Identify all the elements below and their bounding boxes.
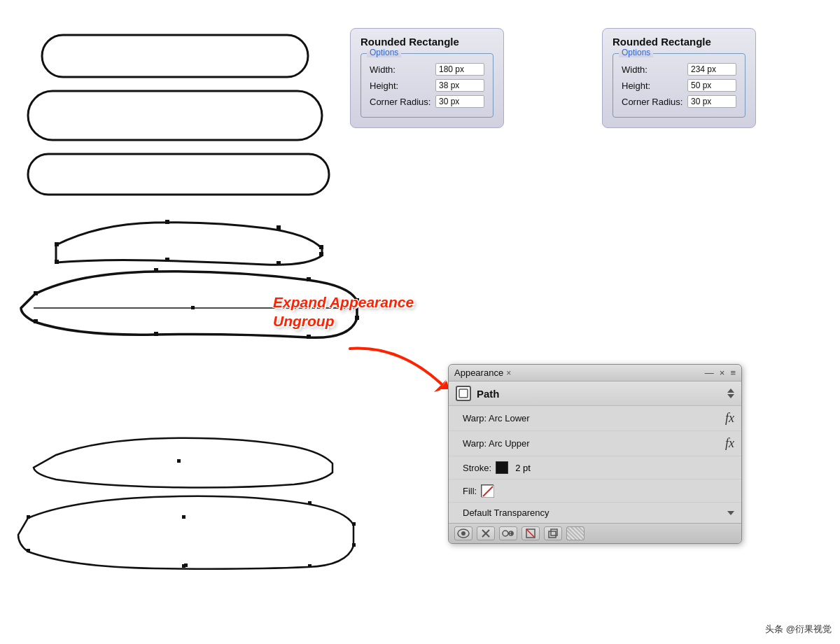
svg-rect-0: [42, 35, 308, 77]
visibility-toggle-icon[interactable]: [454, 526, 472, 540]
warp-arc-lower-fx: fx: [725, 411, 734, 426]
panel2-options: Options Width: 234 px Height: 50 px Corn…: [612, 53, 746, 118]
panel2-corner-label: Corner Radius:: [622, 97, 682, 107]
fill-row: Fill:: [449, 479, 741, 503]
svg-rect-7: [319, 252, 323, 256]
svg-rect-23: [182, 515, 186, 519]
svg-point-39: [503, 531, 508, 536]
panel2-width-value: 234 px: [687, 63, 736, 76]
svg-rect-6: [319, 245, 323, 249]
panel1-options: Options Width: 180 px Height: 38 px Corn…: [360, 53, 493, 118]
appearance-title-left: Appearance ×: [454, 368, 511, 378]
svg-rect-29: [27, 549, 30, 552]
svg-point-36: [461, 531, 465, 536]
path-left: Path: [456, 386, 500, 401]
stroke-value: 2 pt: [515, 463, 531, 473]
stroke-row: Stroke: 2 pt: [449, 456, 741, 479]
panel2-height-label: Height:: [622, 80, 650, 91]
rounded-rect-panel-1: Rounded Rectangle Options Width: 180 px …: [350, 28, 504, 128]
rounded-rect-panel-2: Rounded Rectangle Options Width: 234 px …: [602, 28, 756, 128]
svg-rect-45: [549, 531, 556, 538]
panel2-corner-value: 30 px: [687, 95, 736, 108]
transparency-row: Default Transparency: [449, 503, 741, 523]
svg-rect-1: [28, 91, 322, 140]
panel2-corner-row: Corner Radius: 30 px: [622, 95, 736, 108]
appearance-close-x[interactable]: ×: [506, 368, 511, 378]
svg-rect-5: [276, 225, 281, 230]
svg-rect-11: [34, 291, 38, 295]
warp-arc-lower-label: Warp: Arc Lower: [463, 413, 530, 424]
transparency-arrow-down: [727, 511, 734, 515]
more-options-icon[interactable]: [566, 526, 584, 540]
watermark: 头条 @衍果视觉: [765, 623, 832, 636]
svg-rect-3: [55, 242, 59, 246]
svg-rect-20: [191, 306, 195, 309]
panel1-height-value: 38 px: [435, 79, 484, 92]
warp-arc-lower-row: Warp: Arc Lower fx: [449, 406, 741, 431]
svg-rect-22: [27, 515, 30, 519]
panel1-height-row: Height: 38 px: [370, 79, 484, 92]
shapes-bottom: [14, 434, 378, 623]
scroll-down-arrow: [727, 394, 734, 398]
panel2-options-label: Options: [619, 48, 653, 57]
minimize-icon[interactable]: —: [705, 368, 714, 377]
expand-appearance-label: Expand Appearance Ungroup: [273, 293, 420, 331]
svg-rect-18: [34, 319, 38, 323]
fill-content: Fill:: [463, 484, 493, 497]
scroll-up-arrow: [727, 388, 734, 393]
svg-rect-17: [154, 332, 158, 336]
panel1-title: Rounded Rectangle: [360, 36, 493, 48]
panel1-width-value: 180 px: [435, 63, 484, 76]
clear-appearance-icon[interactable]: [522, 526, 540, 540]
svg-rect-32: [459, 389, 468, 398]
transparency-label: Default Transparency: [463, 507, 550, 518]
appearance-panel: Appearance × — × ≡ Path Warp: Arc Lower …: [448, 364, 742, 544]
svg-rect-12: [154, 268, 158, 272]
path-label: Path: [477, 388, 500, 400]
panel2-width-label: Width:: [622, 64, 648, 75]
svg-rect-4: [165, 220, 169, 224]
new-art-icon[interactable]: [544, 526, 562, 540]
scroll-indicator: [727, 388, 734, 398]
expand-arrow: [343, 342, 455, 398]
warp-arc-upper-row: Warp: Arc Upper fx: [449, 431, 741, 456]
fill-swatch: [481, 484, 493, 497]
appearance-path-row: Path: [449, 382, 741, 406]
duplicate-icon[interactable]: [499, 526, 517, 540]
panel1-options-label: Options: [367, 48, 401, 57]
warp-arc-upper-label: Warp: Arc Upper: [463, 438, 530, 449]
svg-rect-24: [308, 501, 312, 505]
panel1-corner-row: Corner Radius: 30 px: [370, 95, 484, 108]
stroke-swatch: [496, 461, 508, 474]
svg-rect-26: [352, 543, 356, 547]
panel1-corner-label: Corner Radius:: [370, 97, 430, 107]
svg-line-44: [526, 529, 535, 538]
panel2-height-row: Height: 50 px: [622, 79, 736, 92]
shapes-top: [21, 21, 343, 203]
panel2-height-value: 50 px: [687, 79, 736, 92]
panel1-width-label: Width:: [370, 64, 396, 75]
transparency-scroll: [727, 511, 734, 515]
panel1-corner-value: 30 px: [435, 95, 484, 108]
appearance-title: Appearance: [454, 368, 503, 378]
svg-rect-2: [28, 154, 329, 195]
bottom-icons: [454, 526, 584, 540]
close-icon[interactable]: ×: [720, 368, 725, 377]
delete-icon[interactable]: [477, 526, 495, 540]
panel2-title: Rounded Rectangle: [612, 36, 746, 48]
svg-rect-10: [55, 260, 59, 264]
svg-rect-21: [177, 459, 181, 463]
stroke-content: Stroke: 2 pt: [463, 461, 531, 474]
panel2-width-row: Width: 234 px: [622, 63, 736, 76]
panel1-width-row: Width: 180 px: [370, 63, 484, 76]
warp-arc-upper-fx: fx: [725, 436, 734, 451]
panel1-height-label: Height:: [370, 80, 398, 91]
svg-rect-9: [165, 258, 169, 262]
svg-rect-16: [307, 335, 311, 339]
stroke-label: Stroke:: [463, 463, 491, 473]
appearance-titlebar: Appearance × — × ≡: [449, 365, 741, 382]
svg-rect-27: [308, 564, 312, 568]
svg-rect-13: [307, 277, 311, 281]
panel-menu-icon[interactable]: ≡: [730, 368, 736, 378]
svg-rect-30: [184, 564, 188, 567]
